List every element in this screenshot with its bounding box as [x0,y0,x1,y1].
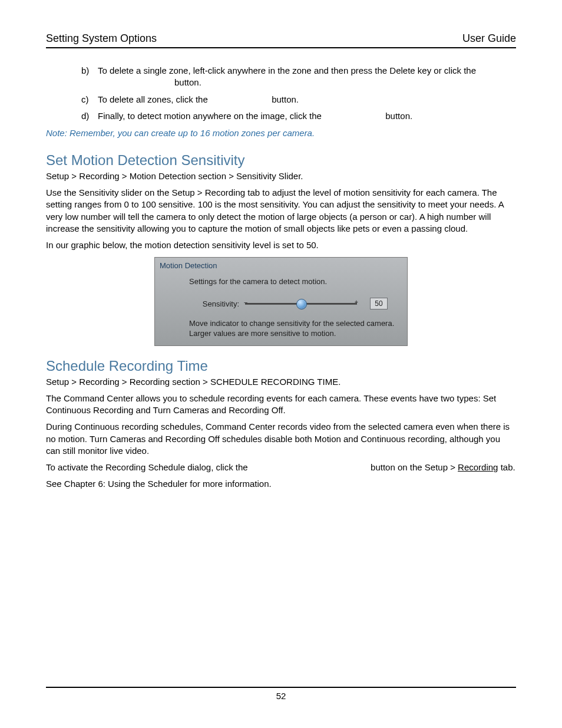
recording-link[interactable]: Recording [458,462,498,472]
slider-label: Sensitivity: [189,299,245,308]
document-page: Setting System Options User Guide b) To … [0,0,562,728]
p3a: To activate the Recording Schedule dialo… [46,462,248,472]
panel-help: Move indicator to change sensitivity for… [189,319,402,338]
list-body-d: Finally, to detect motion anywhere on th… [98,110,516,122]
paragraph: The Command Center allows you to schedul… [46,393,516,417]
panel-title: Motion Detection [160,260,402,271]
list-key-c: c) [81,94,98,106]
list-key-b: b) [81,65,98,89]
panel-help-line2: Larger values are more sensitive to moti… [189,329,336,338]
paragraph: See Chapter 6: Using the Scheduler for m… [46,478,516,490]
page-header: Setting System Options User Guide [46,32,516,48]
list-key-d: d) [81,110,98,122]
ordered-list: b) To delete a single zone, left-click a… [81,65,516,122]
p3d: tab. [498,462,515,472]
list-item: c) To delete all zones, click the button… [81,94,516,106]
sensitivity-slider-row: Sensitivity: – + 50 [189,297,402,311]
p3b: button on the Setup > [371,462,458,472]
list-body-c: To delete all zones, click the button. [98,94,516,106]
list-d-text2: button. [385,111,412,121]
panel-subtitle: Settings for the camera to detect motion… [189,277,402,286]
list-body-b: To delete a single zone, left-click anyw… [98,65,516,89]
paragraph: During Continuous recording schedules, C… [46,421,516,457]
list-c-text2: button. [272,94,299,104]
breadcrumb: Setup > Recording > Recording section > … [46,377,516,387]
list-b-text1: To delete a single zone, left-click anyw… [98,65,476,75]
paragraph: In our graphic below, the motion detecti… [46,239,516,251]
bc-prefix: Setup > Recording > Recording section > [46,377,210,387]
footer-rule [46,687,516,688]
motion-detection-panel: Motion Detection Settings for the camera… [154,257,408,346]
section-heading-schedule: Schedule Recording Time [46,358,516,374]
section-heading-sensitivity: Set Motion Detection Sensitivity [46,152,516,169]
list-item: d) Finally, to detect motion anywhere on… [81,110,516,122]
paragraph: Use the Sensitivity slider on the Setup … [46,187,516,235]
slider-value: 50 [370,298,388,309]
note-text: Note: Remember, you can create up to 16 … [46,128,516,138]
panel-help-line1: Move indicator to change sensitivity for… [189,319,394,328]
list-item: b) To delete a single zone, left-click a… [81,65,516,89]
bc-smallcaps: SCHEDULE RECORDING TIME. [210,377,340,387]
list-c-text1: To delete all zones, click the [98,94,208,104]
list-d-text1: Finally, to detect motion anywhere on th… [98,111,322,121]
header-right: User Guide [462,32,516,45]
paragraph: To activate the Recording Schedule dialo… [46,462,516,473]
page-number: 52 [0,691,562,701]
sensitivity-slider[interactable]: – + [245,297,357,311]
header-left: Setting System Options [46,32,157,45]
slider-thumb[interactable] [296,299,307,309]
breadcrumb: Setup > Recording > Motion Detection sec… [46,171,516,181]
plus-icon: + [355,299,358,305]
list-b-text2: button. [174,77,516,88]
